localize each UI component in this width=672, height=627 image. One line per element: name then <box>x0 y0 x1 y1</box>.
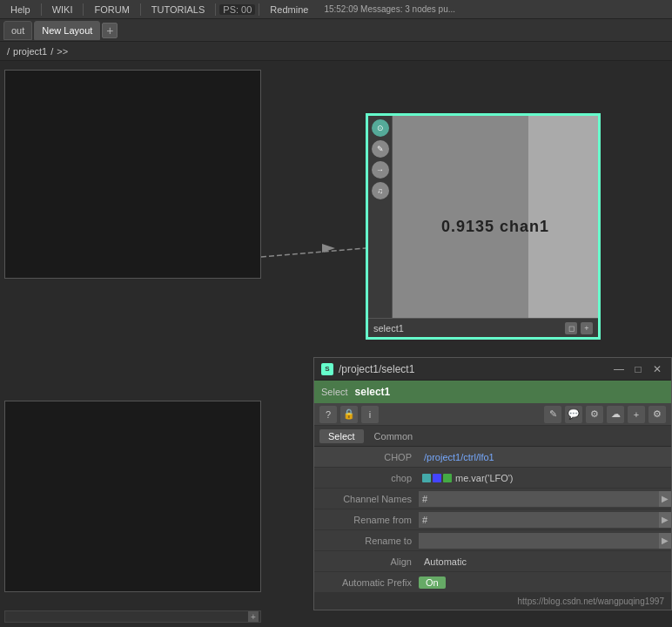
props-settings-button[interactable]: ⚙ <box>586 406 603 423</box>
svg-line-0 <box>261 248 366 257</box>
props-op-type-label: Select <box>321 387 348 397</box>
svg-marker-1 <box>322 244 335 253</box>
chop-path-value[interactable]: /project1/ctrl/lfo1 <box>419 450 671 464</box>
props-maximize-button[interactable]: □ <box>631 362 645 376</box>
props-info-button[interactable]: i <box>361 406 379 423</box>
node-panel-bottom-left[interactable] <box>4 401 261 592</box>
panel-scrollbar[interactable]: + <box>4 610 261 623</box>
rename-from-arrow[interactable]: ▶ <box>659 512 671 528</box>
rename-from-label: Rename from <box>314 515 419 525</box>
tab-out[interactable]: out <box>3 21 32 40</box>
chop-indicators <box>419 472 455 484</box>
menu-help[interactable]: Help <box>3 3 37 17</box>
breadcrumb-slash1: / <box>7 46 10 57</box>
separator5 <box>259 3 259 16</box>
chop-dot-green <box>443 474 452 482</box>
separator4 <box>215 3 216 16</box>
top-menu-bar: Help WIKI FORUM TUTORIALS PS: 00 Redmine… <box>0 0 672 19</box>
tab-select[interactable]: Select <box>319 429 364 443</box>
rename-to-label: Rename to <box>314 536 419 546</box>
props-close-button[interactable]: ✕ <box>650 362 664 376</box>
props-title-icon: S <box>321 363 333 375</box>
props-rows: CHOP /project1/ctrl/lfo1 chop me.var('LF… <box>314 447 671 593</box>
channel-names-arrow[interactable]: ▶ <box>659 491 671 507</box>
props-url-text: https://blog.csdn.net/wangpuqing1997 <box>518 597 664 606</box>
tab-out-label: out <box>11 25 24 36</box>
channel-names-input[interactable] <box>419 491 659 507</box>
props-name-bar: Select select1 <box>314 381 671 403</box>
auto-prefix-label: Automatic Prefix <box>314 577 419 588</box>
add-tab-button[interactable]: + <box>102 23 118 38</box>
rename-to-arrow[interactable]: ▶ <box>659 533 671 549</box>
chop-value-label: 0.9135 chan1 <box>441 218 549 236</box>
chop-node-bottom-bar: select1 ◻ + <box>368 318 598 337</box>
props-title-path: /project1/select1 <box>339 363 607 375</box>
chop-node-select1[interactable]: ⊙ ✎ → ♫ 0.9135 chan1 select1 ◻ + <box>366 113 601 340</box>
menu-wiki[interactable]: WIKI <box>45 3 80 17</box>
props-row-rename-to: Rename to ▶ <box>314 530 671 551</box>
chop-icon-music[interactable]: ♫ <box>372 182 389 199</box>
auto-prefix-toggle[interactable]: On <box>419 575 446 590</box>
menu-tutorials[interactable]: TUTORIALS <box>144 3 212 17</box>
chop-icon-arrow[interactable]: → <box>372 161 389 179</box>
version-badge: PS: 00 <box>219 4 255 15</box>
props-row-chop-path: CHOP /project1/ctrl/lfo1 <box>314 447 671 468</box>
props-tabs: Select Common <box>314 426 671 447</box>
props-op-name-value: select1 <box>355 386 391 398</box>
breadcrumb: / project1 / >> <box>0 42 672 61</box>
props-edit-button[interactable]: ✎ <box>544 406 561 423</box>
tab-bar: out New Layout + <box>0 19 672 42</box>
chop-icon-pen[interactable]: ✎ <box>372 140 389 158</box>
main-area: + ⊙ ✎ → ♫ 0.9135 chan1 select1 ◻ + <box>0 61 672 627</box>
scroll-add-button[interactable]: + <box>248 611 259 622</box>
breadcrumb-slash2: / <box>50 46 53 57</box>
tab-new-layout[interactable]: New Layout <box>34 21 100 40</box>
props-help-button[interactable]: ? <box>319 406 337 423</box>
props-titlebar: S /project1/select1 — □ ✕ <box>314 358 671 381</box>
separator3 <box>140 3 141 16</box>
breadcrumb-forward[interactable]: >> <box>57 46 68 57</box>
message-bar: 15:52:09 Messages: 3 nodes pu... <box>324 4 455 14</box>
props-minimize-button[interactable]: — <box>612 362 626 376</box>
props-toolbar: ? 🔒 i ✎ 💬 ⚙ ☁ + ⚙ <box>314 403 671 426</box>
breadcrumb-project1[interactable]: project1 <box>13 46 47 57</box>
properties-panel: S /project1/select1 — □ ✕ Select select1… <box>313 357 672 610</box>
rename-from-input[interactable] <box>419 512 659 528</box>
separator2 <box>83 3 84 16</box>
separator <box>41 3 42 16</box>
props-comment-button[interactable]: 💬 <box>565 406 582 423</box>
props-lock-button[interactable]: 🔒 <box>340 406 358 423</box>
props-row-channel-names: Channel Names ▶ <box>314 489 671 509</box>
chop-node-sidebar: ⊙ ✎ → ♫ <box>368 116 393 337</box>
channel-names-label: Channel Names <box>314 494 419 504</box>
chop-expr-value: me.var('LFO') <box>455 473 514 483</box>
align-value[interactable]: Automatic <box>419 555 472 569</box>
node-panel-top-left[interactable] <box>4 70 261 279</box>
chop-node-display: 0.9135 chan1 <box>393 116 598 337</box>
props-add-button[interactable]: + <box>628 406 645 423</box>
chop-dot-teal <box>422 474 431 482</box>
menu-forum[interactable]: FORUM <box>87 3 136 17</box>
props-extra-button[interactable]: ⚙ <box>648 406 666 423</box>
menu-redmine[interactable]: Redmine <box>263 3 315 17</box>
chop-node-name: select1 <box>373 323 561 334</box>
props-row-rename-from: Rename from ▶ <box>314 509 671 530</box>
chop-path-label: CHOP <box>314 452 419 462</box>
props-cloud-button[interactable]: ☁ <box>607 406 624 423</box>
node-editor[interactable]: + ⊙ ✎ → ♫ 0.9135 chan1 select1 ◻ + <box>0 61 672 627</box>
props-row-chop-expr: chop me.var('LFO') <box>314 468 671 489</box>
chop-expr-label: chop <box>314 473 419 483</box>
props-row-align: Align Automatic <box>314 551 671 572</box>
rename-to-input[interactable] <box>419 533 659 549</box>
chop-btn-1[interactable]: ◻ <box>565 322 577 334</box>
tab-common[interactable]: Common <box>366 429 422 443</box>
props-row-auto-prefix: Automatic Prefix On <box>314 572 671 593</box>
toggle-on-button[interactable]: On <box>419 576 446 589</box>
tab-new-layout-label: New Layout <box>42 25 92 36</box>
align-label: Align <box>314 556 419 567</box>
props-url-footer: https://blog.csdn.net/wangpuqing1997 <box>314 593 671 610</box>
chop-btn-2[interactable]: + <box>581 322 593 334</box>
chop-icon-circle[interactable]: ⊙ <box>372 119 389 137</box>
chop-dot-blue <box>433 474 441 482</box>
